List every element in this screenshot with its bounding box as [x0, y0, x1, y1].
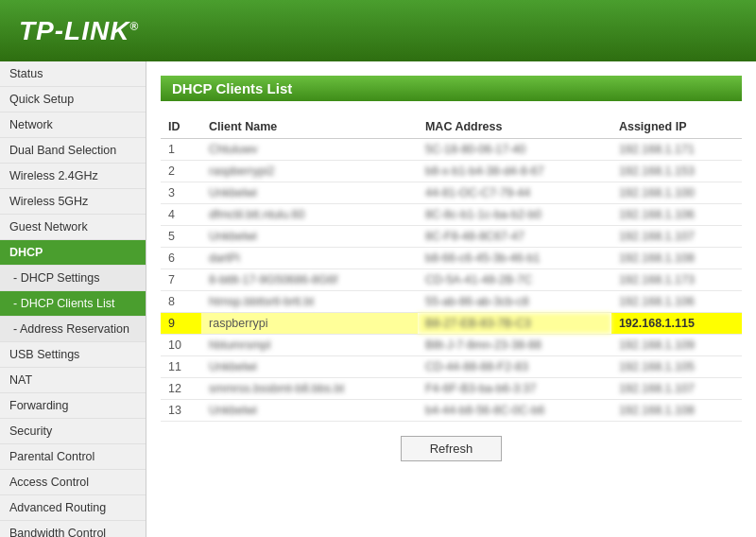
- cell-mac: CD-44-88-88-F2-83: [418, 356, 611, 378]
- cell-ip: 192.168.1.153: [611, 161, 742, 182]
- sidebar-item-dual-band[interactable]: Dual Band Selection: [0, 138, 146, 164]
- cell-ip: 192.168.1.106: [611, 291, 742, 313]
- layout: StatusQuick SetupNetworkDual Band Select…: [0, 61, 756, 537]
- sidebar-item-wireless-24[interactable]: Wireless 2.4GHz: [0, 164, 146, 189]
- cell-mac: 44-81-OC-C7-79-44: [418, 182, 611, 204]
- cell-mac: B8t-J-7-8mn-23-38-88: [418, 335, 611, 356]
- cell-client-name: Unkbelwi: [201, 226, 418, 248]
- table-row: 13Unkbelwib4-44-b8-56-8C-0C-b6192.168.1.…: [161, 400, 742, 422]
- sidebar-item-forwarding[interactable]: Forwarding: [0, 393, 146, 419]
- cell-mac: B8-27-EB-83-7B-C3: [418, 313, 611, 335]
- cell-client-name: smmrss.bssbmt-b8.bbs.bt: [201, 378, 418, 400]
- cell-id: 7: [161, 269, 201, 291]
- cell-mac: 55-ab-86-ab-3cb-c8: [418, 291, 611, 313]
- sidebar-item-address-reservation[interactable]: - Address Reservation: [0, 317, 146, 342]
- sidebar-item-dhcp[interactable]: DHCP: [0, 240, 146, 266]
- cell-ip: 192.168.1.105: [611, 356, 742, 378]
- page-title: DHCP Clients List: [161, 76, 742, 101]
- cell-id: 9: [161, 313, 201, 335]
- cell-client-name: 8-bttlt-17-9G50686-8G6f: [201, 269, 418, 291]
- sidebar-item-quick-setup[interactable]: Quick Setup: [0, 87, 146, 113]
- cell-id: 11: [161, 356, 201, 378]
- cell-client-name: htmsp.bbttsrtl-brtt.bt: [201, 291, 418, 313]
- cell-ip: 192.168.1.107: [611, 226, 742, 248]
- sidebar-item-status[interactable]: Status: [0, 61, 146, 87]
- table-row: 78-bttlt-17-9G50686-8G6fCD-5A-41-48-2B-7…: [161, 269, 742, 291]
- cell-ip: 192.168.1.173: [611, 269, 742, 291]
- cell-mac: CD-5A-41-48-2B-7C: [418, 269, 611, 291]
- table-header-row: ID Client Name MAC Address Assigned IP: [161, 115, 742, 139]
- cell-id: 12: [161, 378, 201, 400]
- cell-mac: 5C-18-80-06-17-40: [418, 139, 611, 161]
- table-row: 8htmsp.bbttsrtl-brtt.bt55-ab-86-ab-3cb-c…: [161, 291, 742, 313]
- sidebar-item-dhcp-clients[interactable]: - DHCP Clients List: [0, 291, 146, 317]
- sidebar-item-security[interactable]: Security: [0, 419, 146, 444]
- col-client-name: Client Name: [201, 115, 418, 139]
- cell-ip: 192.168.1.108: [611, 248, 742, 269]
- cell-id: 2: [161, 161, 201, 182]
- col-mac: MAC Address: [418, 115, 611, 139]
- table-row: 12smmrss.bssbmt-b8.bbs.btF4-6F-B3-ba-b6-…: [161, 378, 742, 400]
- dhcp-clients-table: ID Client Name MAC Address Assigned IP 1…: [161, 115, 742, 422]
- cell-client-name: Chtuluwv: [201, 139, 418, 161]
- refresh-button[interactable]: Refresh: [401, 436, 503, 461]
- cell-id: 6: [161, 248, 201, 269]
- sidebar-item-nat[interactable]: NAT: [0, 368, 146, 393]
- cell-id: 1: [161, 139, 201, 161]
- sidebar-item-network[interactable]: Network: [0, 113, 146, 138]
- table-row: 4dfmctil.btt.ntulu.608C-8c-b1-1c-ba-b2-b…: [161, 204, 742, 226]
- cell-mac: b8-66-c6-45-3b-46-b1: [418, 248, 611, 269]
- cell-id: 10: [161, 335, 201, 356]
- table-row: 6dartPib8-66-c6-45-3b-46-b1192.168.1.108: [161, 248, 742, 269]
- cell-id: 8: [161, 291, 201, 313]
- cell-client-name: dartPi: [201, 248, 418, 269]
- col-id: ID: [161, 115, 201, 139]
- sidebar-item-dhcp-settings[interactable]: - DHCP Settings: [0, 266, 146, 291]
- cell-client-name: dfmctil.btt.ntulu.60: [201, 204, 418, 226]
- cell-ip: 192.168.1.106: [611, 204, 742, 226]
- cell-client-name: raspberrypi2: [201, 161, 418, 182]
- table-row: 10hbtumrsmplB8t-J-7-8mn-23-38-88192.168.…: [161, 335, 742, 356]
- col-ip: Assigned IP: [611, 115, 742, 139]
- cell-client-name: raspberrypi: [201, 313, 418, 335]
- sidebar: StatusQuick SetupNetworkDual Band Select…: [0, 61, 146, 537]
- cell-ip: 192.168.1.100: [611, 182, 742, 204]
- sidebar-item-advanced-routing[interactable]: Advanced Routing: [0, 495, 146, 521]
- cell-mac: b4-44-b8-56-8C-0C-b6: [418, 400, 611, 422]
- cell-client-name: hbtumrsmpl: [201, 335, 418, 356]
- cell-client-name: Unkbelwi: [201, 400, 418, 422]
- header: TP-LINK®: [0, 0, 756, 61]
- cell-ip: 192.168.1.107: [611, 378, 742, 400]
- cell-id: 13: [161, 400, 201, 422]
- sidebar-item-wireless-5[interactable]: Wireless 5GHz: [0, 189, 146, 215]
- sidebar-item-bandwidth-control[interactable]: Bandwidth Control: [0, 521, 146, 537]
- cell-ip: 192.168.1.115: [611, 313, 742, 335]
- cell-mac: 8C-8c-b1-1c-ba-b2-b0: [418, 204, 611, 226]
- table-row: 11UnkbelwiCD-44-88-88-F2-83192.168.1.105: [161, 356, 742, 378]
- cell-id: 3: [161, 182, 201, 204]
- main-content: DHCP Clients List ID Client Name MAC Add…: [146, 61, 756, 537]
- sidebar-item-parental-control[interactable]: Parental Control: [0, 444, 146, 470]
- table-row: 5Unkbelwi8C-F8-48-8C67-47192.168.1.107: [161, 226, 742, 248]
- sidebar-item-access-control[interactable]: Access Control: [0, 470, 146, 495]
- sidebar-item-usb-settings[interactable]: USB Settings: [0, 342, 146, 368]
- cell-mac: 8C-F8-48-8C67-47: [418, 226, 611, 248]
- table-row: 3Unkbelwi44-81-OC-C7-79-44192.168.1.100: [161, 182, 742, 204]
- cell-id: 4: [161, 204, 201, 226]
- cell-mac: b8-x-b1-b4-38-d4-8-67: [418, 161, 611, 182]
- table-row: 2raspberrypi2b8-x-b1-b4-38-d4-8-67192.16…: [161, 161, 742, 182]
- cell-id: 5: [161, 226, 201, 248]
- cell-ip: 192.168.1.108: [611, 400, 742, 422]
- cell-mac: F4-6F-B3-ba-b6-3:37: [418, 378, 611, 400]
- sidebar-item-guest-network[interactable]: Guest Network: [0, 215, 146, 240]
- table-row: 1Chtuluwv5C-18-80-06-17-40192.168.1.171: [161, 139, 742, 161]
- cell-ip: 192.168.1.171: [611, 139, 742, 161]
- button-area: Refresh: [161, 436, 742, 461]
- logo: TP-LINK®: [19, 16, 139, 46]
- cell-client-name: Unkbelwi: [201, 182, 418, 204]
- cell-client-name: Unkbelwi: [201, 356, 418, 378]
- cell-ip: 192.168.1.109: [611, 335, 742, 356]
- table-row: 9raspberrypiB8-27-EB-83-7B-C3192.168.1.1…: [161, 313, 742, 335]
